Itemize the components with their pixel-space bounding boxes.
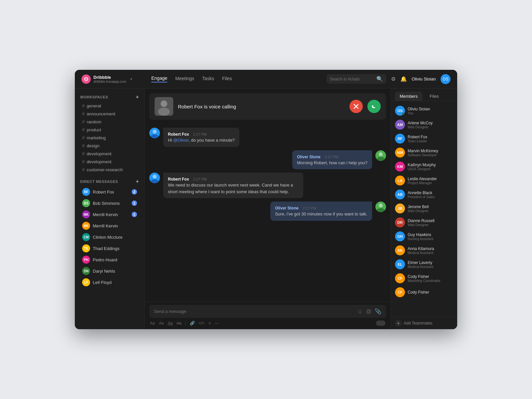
- msg-avatar-1: [149, 128, 160, 138]
- member-robert-fox[interactable]: RF Robert Fox Team Leader: [391, 132, 457, 146]
- member-dianne-russell[interactable]: DR Dianne Russell Web Designer: [391, 215, 457, 229]
- mention-icon[interactable]: @: [366, 309, 371, 315]
- member-info-dianne: Dianne Russell Web Designer: [408, 218, 453, 227]
- bell-icon[interactable]: 🔔: [400, 76, 407, 82]
- toolbar-underline[interactable]: Aa: [168, 321, 173, 326]
- msg-header-3: Robert Fox 2:27 PM: [168, 176, 299, 182]
- member-leslie-alexander[interactable]: LA Leslie Alexander Project Manager: [391, 174, 457, 188]
- message-3: Robert Fox 2:27 PM We need to discuss ou…: [149, 173, 303, 198]
- toolbar-list[interactable]: ≡: [208, 321, 211, 326]
- channel-marketing[interactable]: #marketing: [77, 134, 142, 142]
- input-box: ☺ @ 📎: [149, 305, 386, 318]
- workspaces-label: Workspaces: [80, 95, 108, 99]
- toolbar-divider-line[interactable]: —: [215, 321, 219, 326]
- dm-merrill-kervin-1[interactable]: MK Merrill Kervin 1: [77, 209, 142, 220]
- call-accept-button[interactable]: [367, 100, 381, 113]
- dm-merrill-kervin-2[interactable]: MK Merrill Kervin: [77, 220, 142, 231]
- search-icon[interactable]: 🔍: [376, 76, 383, 82]
- logo-chevron-icon[interactable]: ▾: [130, 77, 132, 81]
- channel-design[interactable]: #design: [77, 142, 142, 150]
- member-kathryn-murphy[interactable]: KM Kathryn Murphy UI/UX Designer: [391, 160, 457, 174]
- panel-tabs: Members Files: [391, 88, 457, 101]
- member-info-marvin: Marvin McKinney Software Developer: [408, 149, 453, 157]
- dm-clinton-mcclure[interactable]: CM Clinton Mcclure: [77, 231, 142, 243]
- member-guy-hawkins[interactable]: GH Guy Hawkins Nursing Assistant: [391, 229, 457, 243]
- nav-engage[interactable]: Engage: [151, 75, 167, 82]
- channel-customer-research[interactable]: #customer-research: [77, 166, 142, 174]
- search-box[interactable]: 🔍: [327, 74, 386, 84]
- member-info-kathryn: Kathryn Murphy UI/UX Designer: [408, 163, 453, 171]
- channel-announcement[interactable]: #announcement: [77, 110, 142, 118]
- channel-development-2[interactable]: #development: [77, 158, 142, 166]
- msg-bubble-2: Oliver Stone 2:27 PM Morning Robert, how…: [292, 150, 372, 170]
- channel-general[interactable]: #general: [77, 102, 142, 110]
- member-name-dianne: Dianne Russell: [408, 218, 453, 223]
- right-panel: Members Files OS Oliviu Stoian You AM Ar…: [391, 88, 457, 329]
- user-avatar-header[interactable]: OS: [441, 74, 451, 84]
- nav-tasks[interactable]: Tasks: [202, 76, 214, 82]
- dm-name-thad-eddings: Thad Eddings: [93, 246, 137, 251]
- msg-text-4: Sure, i've got 30 minutes now if you wan…: [275, 211, 367, 217]
- dm-badge-bob-simmons: 1: [132, 200, 137, 206]
- member-role-cody: Marketing Coordinator: [408, 279, 453, 283]
- settings-icon[interactable]: ⚙: [391, 76, 396, 82]
- toolbar-toggle[interactable]: [376, 321, 385, 326]
- member-marvin-mckinney[interactable]: MM Marvin McKinney Software Developer: [391, 146, 457, 160]
- message-input[interactable]: [154, 309, 357, 314]
- add-plus-icon: +: [395, 320, 402, 327]
- member-avatar-marvin: MM: [395, 148, 405, 158]
- member-anna-kitamura[interactable]: AK Anna Kitamura Medical Assistant: [391, 243, 457, 257]
- call-text: Robert Fox is voice calling: [178, 104, 345, 109]
- dm-badge-merrill-kervin-1: 1: [132, 212, 137, 217]
- toolbar-link[interactable]: 🔗: [190, 321, 195, 326]
- toolbar-bold[interactable]: Aa: [150, 321, 155, 326]
- add-workspace-button[interactable]: +: [136, 94, 139, 100]
- header: Dribbble dribbble.hooaapp.com ▾ Engage M…: [75, 70, 457, 88]
- member-cody-fisher[interactable]: CF Cody Fisher Marketing Coordinator: [391, 271, 457, 285]
- tab-members[interactable]: Members: [395, 92, 422, 101]
- svg-point-12: [153, 175, 157, 179]
- dm-badge-robert-fox: 2: [132, 189, 137, 195]
- avatar-merrill-kervin-1: MK: [82, 210, 90, 218]
- logo-subtitle: dribbble.hooaapp.com: [93, 80, 126, 83]
- member-elmer-laverty[interactable]: EL Elmer Laverty Medical Assistant: [391, 257, 457, 271]
- member-arlene-mccoy[interactable]: AM Arlene McCoy Web Designer: [391, 118, 457, 132]
- nav-files[interactable]: Files: [222, 76, 232, 82]
- member-annette-black[interactable]: AB Annette Black President of Sales: [391, 188, 457, 201]
- member-oliviu-stoian[interactable]: OS Oliviu Stoian You: [391, 104, 457, 118]
- dm-daryl-nehls[interactable]: DN Daryl Nehls: [77, 265, 142, 277]
- dm-bob-simmons[interactable]: BS Bob Simmons 1: [77, 198, 142, 209]
- dm-name-merrill-kervin-1: Merrill Kervin: [93, 212, 129, 217]
- add-teammates-button[interactable]: + Add Teammates: [391, 317, 457, 329]
- dm-leif-floyd[interactable]: LF Leif Floyd: [77, 277, 142, 288]
- channel-product[interactable]: #product: [77, 126, 142, 134]
- toolbar-strikethrough[interactable]: Aa: [177, 321, 182, 326]
- header-right: 🔍 ⚙ 🔔 Oliviu Stoian OS: [327, 74, 451, 84]
- dm-name-daryl-nehls: Daryl Nehls: [93, 269, 137, 274]
- call-decline-button[interactable]: [349, 100, 363, 113]
- member-info-elmer: Elmer Laverty Medical Assistant: [408, 260, 453, 269]
- dm-pedro-huard[interactable]: PH Pedro Huard: [77, 254, 142, 265]
- toolbar-code[interactable]: </>: [199, 321, 204, 326]
- dm-list: RF Robert Fox 2 BS Bob Simmons 1 MK Merr…: [75, 186, 144, 288]
- msg-header-1: Robert Fox 2:27 PM: [168, 131, 235, 137]
- msg-bubble-3: Robert Fox 2:27 PM We need to discuss ou…: [163, 173, 303, 198]
- msg-text-1: Hi @Oliver, do you have a minute?: [168, 137, 235, 144]
- member-name-cody-2: Cody Fisher: [408, 290, 453, 295]
- tab-files[interactable]: Files: [425, 92, 443, 101]
- member-cody-fisher-2[interactable]: CF Cody Fisher: [391, 285, 457, 299]
- channel-development-1[interactable]: #development: [77, 150, 142, 158]
- message-4: Oliver Stone 2:27 PM Sure, i've got 30 m…: [270, 201, 386, 221]
- dm-robert-fox[interactable]: RF Robert Fox 2: [77, 186, 142, 198]
- add-dm-button[interactable]: +: [136, 179, 139, 184]
- nav-meetings[interactable]: Meetings: [175, 76, 194, 82]
- member-jerome-bell[interactable]: JB Jerome Bell Web Designer: [391, 201, 457, 215]
- mention-oliver: @Oliver: [173, 138, 189, 143]
- emoji-icon[interactable]: ☺: [357, 309, 362, 315]
- attachment-icon[interactable]: 📎: [375, 308, 381, 315]
- search-input[interactable]: [330, 77, 374, 81]
- channel-random[interactable]: #random: [77, 118, 142, 126]
- dm-thad-eddings[interactable]: TE Thad Eddings: [77, 243, 142, 254]
- avatar-robert-fox: RF: [82, 188, 90, 196]
- toolbar-italic[interactable]: Aa: [159, 321, 164, 326]
